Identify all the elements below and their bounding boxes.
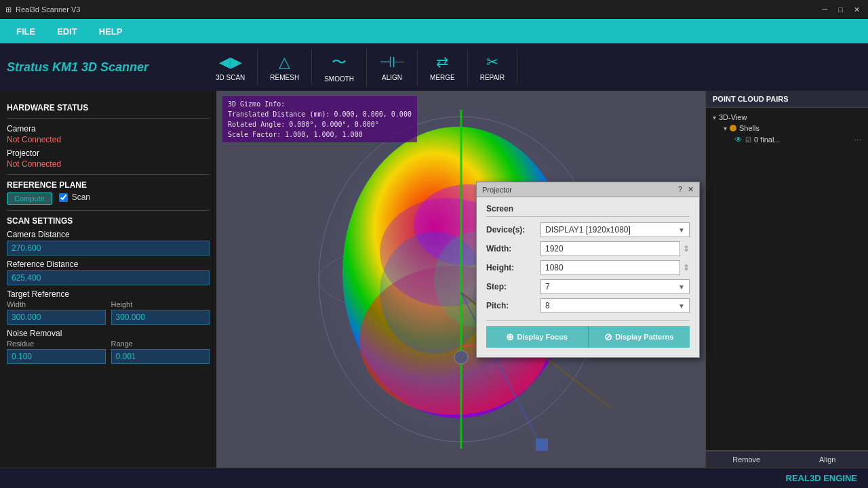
remove-button[interactable]: Remove	[706, 451, 787, 468]
toolbar-repair[interactable]: ✂ REPAIR	[468, 49, 518, 85]
menu-file[interactable]: FILE	[7, 22, 45, 41]
display-focus-icon: ⊕	[506, 331, 514, 342]
projector-popup: Projector ? ✕ Screen Device(s): DISPLAY1…	[476, 182, 700, 358]
pitch-select[interactable]: 8 ▼	[540, 298, 690, 313]
toolbar-smooth[interactable]: 〜 SMOOTH	[312, 48, 367, 87]
remesh-icon: △	[279, 54, 290, 71]
titlebar-controls: ─ □ ✕	[820, 5, 863, 14]
gizmo-line1: 3D Gizmo Info:	[228, 99, 412, 109]
chevron-icon: ▾	[713, 114, 716, 121]
residue-input[interactable]	[7, 349, 106, 364]
point-cloud-title: POINT CLOUD PAIRS	[713, 95, 789, 103]
proj-step-label: Step:	[486, 282, 540, 291]
statusbar: REAL3D ENGINE	[0, 468, 868, 488]
toolbar-remesh[interactable]: △ REMESH	[258, 49, 312, 85]
height-label: Height	[111, 300, 210, 308]
app-icon: ⊞	[5, 5, 12, 14]
reference-plane-row: Compute Scan	[7, 192, 210, 205]
toolbar-3dscan[interactable]: ◀▶ 3D SCAN	[203, 49, 258, 85]
smooth-label: SMOOTH	[324, 75, 354, 83]
projector-content: Screen Device(s): DISPLAY1 [1920x1080] ▼…	[477, 197, 699, 357]
titlebar: ⊞ Real3d Scanner V3 ─ □ ✕	[0, 0, 868, 19]
display-focus-label: Display Focus	[517, 333, 568, 341]
smooth-icon: 〜	[332, 52, 347, 73]
tree-shells: ▾ Shells	[713, 123, 861, 134]
align-label: ALIGN	[382, 74, 402, 81]
camera-distance-input[interactable]	[7, 241, 210, 256]
proj-height-row: Height: ⇕	[486, 260, 690, 275]
step-select[interactable]: 7 ▼	[540, 279, 690, 294]
right-panel: POINT CLOUD PAIRS ▾ 3D-View ▾ Shells 👁 ☑…	[705, 91, 868, 468]
tree-3dview: ▾ 3D-View	[713, 112, 861, 123]
range-input[interactable]	[111, 349, 210, 364]
residue-group: Residue	[7, 340, 106, 364]
engine-label: REAL3D ENGINE	[786, 473, 857, 483]
projector-buttons: ⊕ Display Focus ⊘ Display Patterns	[486, 320, 690, 348]
menubar: FILE EDIT HELP	[0, 19, 868, 43]
proj-height-input[interactable]	[540, 260, 680, 275]
camera-label: Camera	[7, 124, 210, 134]
residue-label: Residue	[7, 340, 106, 348]
display-focus-button[interactable]: ⊕ Display Focus	[486, 326, 589, 348]
toolbar-align[interactable]: ⊣⊢ ALIGN	[367, 49, 418, 85]
point-cloud-pairs-header: POINT CLOUD PAIRS	[706, 91, 868, 108]
scan-checkbox[interactable]	[59, 193, 68, 202]
tree-item-extra-icon: ⋯	[854, 136, 861, 144]
device-row: Device(s): DISPLAY1 [1920x1080] ▼	[486, 222, 690, 237]
svg-rect-16	[536, 439, 548, 451]
step-dropdown-icon: ▼	[678, 283, 685, 291]
target-width-input[interactable]	[7, 310, 106, 325]
proj-width-label: Width:	[486, 244, 540, 253]
tree-3dview-label: 3D-View	[719, 113, 747, 121]
tree-shells-label: Shells	[739, 124, 760, 132]
reference-plane-title: REFERENCE PLANE	[7, 180, 210, 190]
noise-removal-row: Residue Range	[7, 340, 210, 364]
step-value: 7	[545, 282, 550, 291]
titlebar-left: ⊞ Real3d Scanner V3	[5, 5, 80, 14]
device-select[interactable]: DISPLAY1 [1920x1080] ▼	[540, 222, 690, 237]
camera-distance-label: Camera Distance	[7, 230, 210, 239]
target-height-input[interactable]	[111, 310, 210, 325]
menu-help[interactable]: HELP	[90, 22, 132, 41]
minimize-button[interactable]: ─	[820, 5, 831, 14]
target-reference-row: Width Height	[7, 300, 210, 325]
tree-item-label: 0 final...	[754, 136, 781, 144]
width-group: Width	[7, 300, 106, 325]
device-dropdown-icon: ▼	[678, 226, 685, 234]
scan-check-row: Scan	[59, 192, 90, 202]
tree-item-final[interactable]: 👁 ☑ 0 final... ⋯	[713, 134, 861, 146]
remesh-label: REMESH	[270, 74, 299, 81]
titlebar-title: Real3d Scanner V3	[16, 5, 80, 14]
close-button[interactable]: ✕	[851, 5, 863, 14]
projector-title: Projector	[482, 186, 512, 194]
display-patterns-button[interactable]: ⊘ Display Patterns	[589, 326, 690, 348]
shells-chevron-icon: ▾	[724, 125, 727, 132]
scan-settings-title: SCAN SETTINGS	[7, 216, 210, 226]
reference-distance-input[interactable]	[7, 270, 210, 285]
proj-width-row: Width: ⇕	[486, 241, 690, 256]
gizmo-line2: Translated Distance (mm): 0.000, 0.000, …	[228, 109, 412, 119]
range-label: Range	[111, 340, 210, 348]
gizmo-info: 3D Gizmo Info: Translated Distance (mm):…	[222, 96, 417, 142]
svg-point-17	[454, 350, 468, 364]
gizmo-line4: Scale Factor: 1.000, 1.000, 1.000	[228, 129, 412, 140]
noise-removal-label: Noise Removal	[7, 329, 210, 338]
proj-pitch-row: Pitch: 8 ▼	[486, 298, 690, 313]
toolbar-merge[interactable]: ⇄ MERGE	[418, 49, 468, 85]
compute-button[interactable]: Compute	[7, 192, 52, 205]
align-button[interactable]: Align	[787, 451, 869, 468]
repair-icon: ✂	[486, 54, 498, 71]
app-title: Stratus KM1 3D Scanner	[7, 60, 183, 75]
projector-label: Projector	[7, 148, 210, 158]
projector-help-button[interactable]: ?	[678, 185, 682, 194]
menu-edit[interactable]: EDIT	[47, 22, 87, 41]
projector-titlebar-controls: ? ✕	[678, 185, 694, 194]
toolbar: Stratus KM1 3D Scanner ◀▶ 3D SCAN △ REME…	[0, 43, 868, 91]
maximize-button[interactable]: □	[835, 5, 846, 14]
eye-icon[interactable]: 👁	[734, 135, 743, 144]
device-label: Device(s):	[486, 225, 540, 235]
pitch-value: 8	[545, 301, 550, 310]
proj-width-input[interactable]	[540, 241, 680, 256]
projector-close-button[interactable]: ✕	[688, 185, 694, 194]
hardware-status-title: HARDWARE STATUS	[7, 103, 210, 113]
